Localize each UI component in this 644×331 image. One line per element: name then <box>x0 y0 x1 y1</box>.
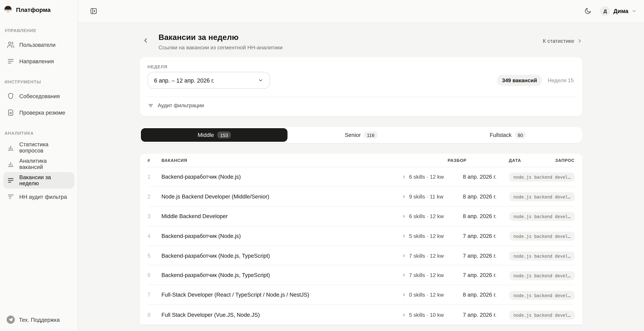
vacancy-title-link[interactable]: Backend-разработчик (Node.js) <box>161 174 402 180</box>
vacancy-title-link[interactable]: Node.js Backend Developer (Middle/Senior… <box>161 194 402 200</box>
parse-expander[interactable]: 5 skills · 12 kw <box>402 233 463 239</box>
parse-expander[interactable]: 7 skills · 12 kw <box>402 252 463 259</box>
query-badge[interactable]: node.js backend devel… <box>509 232 575 241</box>
vacancies-table: # ВАКАНСИЯ РАЗБОР ДАТА ЗАПРОС 1 Backend-… <box>140 154 582 324</box>
user-menu[interactable]: Д Дима <box>600 6 636 16</box>
filter-icon <box>148 102 154 108</box>
row-date: 7 апр. 2026 г. <box>463 312 509 318</box>
sidebar-item[interactable]: Аналитика вакансий <box>3 156 74 172</box>
tab-label: Middle <box>198 132 214 138</box>
main-content: Вакансии за неделю Ссылки на вакансии из… <box>78 23 644 331</box>
tab-senior[interactable]: Senior116 <box>288 128 434 142</box>
tab-label: Fullstack <box>490 132 512 138</box>
nav-section-title: ИНСТРУМЕНТЫ <box>4 79 73 84</box>
table-row: 6 Backend-разработчик (Node.js, TypeScri… <box>148 266 574 285</box>
row-date: 7 апр. 2026 г. <box>463 252 509 259</box>
sidebar-item[interactable]: Направления <box>3 53 74 70</box>
sidebar-item-label: Направления <box>19 58 54 64</box>
chevron-right-icon <box>577 38 582 44</box>
row-number: 5 <box>148 252 161 259</box>
chevron-right-icon <box>402 194 406 199</box>
row-date: 8 апр. 2026 г. <box>463 174 509 180</box>
vacancy-title-link[interactable]: Middle Backend Developer <box>161 213 402 219</box>
chevron-right-icon <box>402 234 406 238</box>
vacancy-title-link[interactable]: Full-Stack Developer (React / TypeScript… <box>161 292 402 298</box>
stats-link[interactable]: К статистике <box>543 38 582 44</box>
page-header: Вакансии за неделю Ссылки на вакансии из… <box>140 33 582 50</box>
sidebar-item[interactable]: Статистика вопросов <box>3 139 74 156</box>
shield-icon <box>7 92 14 100</box>
sidebar-item-label: Тех. Поддержка <box>19 316 60 323</box>
filter-icon <box>7 193 14 200</box>
query-badge[interactable]: node.js backend devel… <box>509 271 575 280</box>
parse-expander[interactable]: 5 skills · 10 kw <box>402 312 463 318</box>
tab-count-badge: 80 <box>515 132 526 138</box>
topbar: Д Дима <box>78 0 644 23</box>
sidebar-item-label: Вакансии за неделю <box>19 174 70 186</box>
chevron-down-icon <box>258 78 263 83</box>
parse-summary: 6 skills · 12 kw <box>409 213 444 219</box>
document-icon <box>7 109 14 116</box>
parse-summary: 0 skills · 12 kw <box>409 292 444 298</box>
sidebar-item[interactable]: НН аудит фильтра <box>3 188 74 205</box>
theme-toggle-moon-icon[interactable] <box>582 5 594 17</box>
query-badge[interactable]: node.js backend devel… <box>509 173 575 182</box>
table-row: 8 Full Stack Developer (Vue.JS, Node.JS)… <box>148 305 574 324</box>
query-badge[interactable]: node.js backend devel… <box>509 252 575 260</box>
col-num: # <box>148 158 161 162</box>
tab-middle[interactable]: Middle153 <box>141 128 288 142</box>
table-row: 7 Full-Stack Developer (React / TypeScri… <box>148 285 574 305</box>
parse-expander[interactable]: 6 skills · 12 kw <box>402 213 463 219</box>
brand-name: Платформа <box>16 6 51 13</box>
sidebar-item-support[interactable]: Тех. Поддержка <box>0 310 78 331</box>
week-label: НЕДЕЛЯ <box>148 64 574 69</box>
sidebar-item[interactable]: Пользователи <box>3 36 74 53</box>
query-badge[interactable]: node.js backend devel… <box>509 192 575 202</box>
parse-expander[interactable]: 0 skills · 12 kw <box>402 292 463 298</box>
row-date: 8 апр. 2026 г. <box>463 213 509 219</box>
sidebar-collapse-button[interactable] <box>88 5 100 17</box>
sidebar-nav: УПРАВЛЕНИЕПользователиНаправленияИНСТРУМ… <box>0 18 78 310</box>
vacancy-title-link[interactable]: Backend-разработчик (Node.js, TypeScript… <box>161 252 402 259</box>
row-number: 7 <box>148 292 161 298</box>
query-badge[interactable]: node.js backend devel… <box>509 311 575 320</box>
chevron-right-icon <box>402 175 406 179</box>
vacancy-title-link[interactable]: Backend-разработчик (Node.js) <box>161 233 402 239</box>
parse-summary: 7 skills · 12 kw <box>409 272 444 278</box>
brand-logo-icon <box>4 5 12 14</box>
query-badge[interactable]: node.js backend devel… <box>509 291 575 300</box>
week-number: Неделя 15 <box>548 77 574 84</box>
stats-link-label: К статистике <box>543 38 574 44</box>
sidebar-item[interactable]: Проверка резюме <box>3 104 74 121</box>
back-button[interactable] <box>142 37 149 44</box>
telegram-icon <box>6 316 15 324</box>
chevron-right-icon <box>402 312 406 317</box>
sidebar-item[interactable]: Вакансии за неделю <box>3 172 74 188</box>
table-row: 1 Backend-разработчик (Node.js) 6 skills… <box>148 167 574 187</box>
parse-summary: 5 skills · 12 kw <box>409 233 444 239</box>
align-left-icon <box>7 177 14 184</box>
page-subtitle: Ссылки на вакансии из сегментной НН-анал… <box>158 44 543 50</box>
sidebar-item[interactable]: Собеседования <box>3 88 74 104</box>
col-parse: РАЗБОР <box>448 158 509 162</box>
chevron-right-icon <box>402 273 406 278</box>
brand[interactable]: Платформа <box>0 0 78 18</box>
row-number: 1 <box>148 174 161 180</box>
vacancy-title-link[interactable]: Full Stack Developer (Vue.JS, Node.JS) <box>161 312 402 318</box>
parse-expander[interactable]: 7 skills · 12 kw <box>402 272 463 278</box>
parse-expander[interactable]: 9 skills · 11 kw <box>402 194 463 200</box>
sidebar-item-label: Собеседования <box>19 93 60 99</box>
row-number: 8 <box>148 312 161 318</box>
parse-expander[interactable]: 6 skills · 12 kw <box>402 174 463 180</box>
vacancy-title-link[interactable]: Backend-разработчик (Node.js, TypeScript… <box>161 272 402 278</box>
topbar-right: Д Дима <box>582 5 636 17</box>
tab-fullstack[interactable]: Fullstack80 <box>434 128 581 142</box>
row-date: 7 апр. 2026 г. <box>463 233 509 239</box>
parse-summary: 9 skills · 11 kw <box>409 194 444 200</box>
audit-filter-toggle[interactable]: Аудит фильтрации <box>148 97 574 111</box>
query-badge[interactable]: node.js backend devel… <box>509 212 575 221</box>
week-select[interactable]: 6 апр. – 12 апр. 2026 г. <box>148 72 270 89</box>
align-left-icon <box>7 58 14 65</box>
sidebar: Платформа УПРАВЛЕНИЕПользователиНаправле… <box>0 0 78 331</box>
sidebar-item-label: Пользователи <box>19 42 56 48</box>
